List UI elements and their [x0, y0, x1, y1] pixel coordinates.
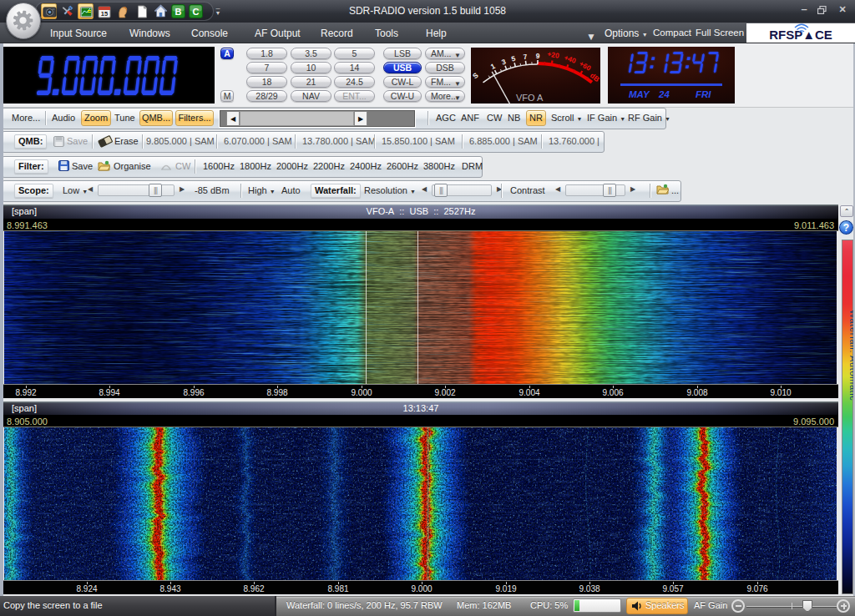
svg-text:C: C — [193, 7, 200, 17]
svg-text:+60: +60 — [578, 59, 593, 73]
svg-text:7: 7 — [523, 53, 528, 62]
svg-text:B: B — [175, 7, 182, 17]
svg-text:9: 9 — [536, 52, 540, 60]
svg-text:S: S — [471, 71, 480, 81]
svg-text:5: 5 — [510, 54, 516, 63]
svg-text:+20: +20 — [547, 49, 560, 59]
svg-text:+40: +40 — [563, 53, 577, 65]
svg-text:1: 1 — [489, 62, 497, 71]
svg-text:3: 3 — [500, 57, 507, 66]
svg-text:15: 15 — [100, 10, 107, 18]
